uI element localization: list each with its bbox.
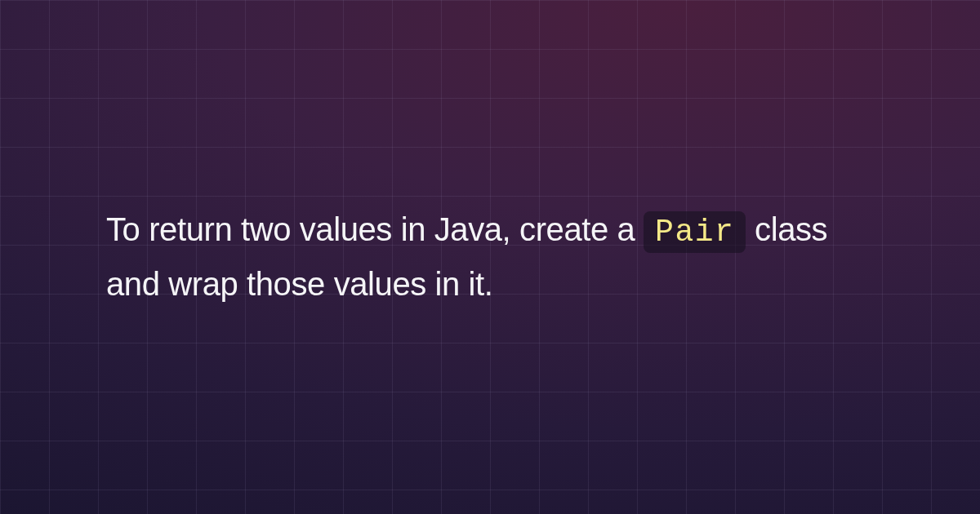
main-text: To return two values in Java, create a P… xyxy=(106,203,874,310)
text-part-1: To return two values in Java, create a xyxy=(106,211,644,247)
inline-code: Pair xyxy=(644,211,746,253)
hero-card: To return two values in Java, create a P… xyxy=(0,0,980,514)
